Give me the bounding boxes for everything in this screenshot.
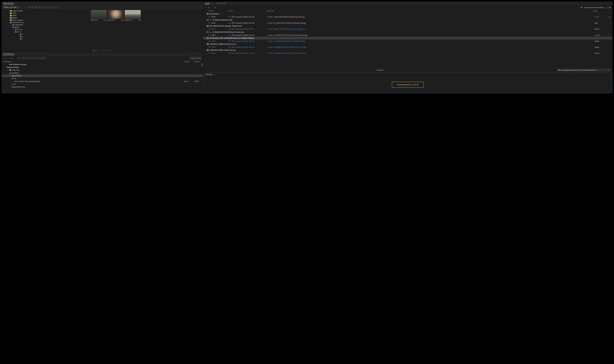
- nav-back-icon[interactable]: ←: [20, 6, 23, 8]
- start-queue-button[interactable]: ▶: [609, 6, 611, 9]
- preset-row[interactable]: ⌄AS-10: [1, 77, 203, 80]
- tree-item[interactable]: ›Mogrts: [1, 17, 90, 19]
- tree-item[interactable]: ›*SEQUENC: [1, 24, 90, 26]
- scrollbar[interactable]: [202, 63, 203, 67]
- output-path[interactable]: C:\User...BC\Media\A002C004_160508_R1JC.…: [267, 46, 594, 48]
- remove-icon[interactable]: —: [211, 7, 213, 8]
- add-source-icon[interactable]: ＋: [205, 6, 206, 9]
- tree-item[interactable]: 1: [1, 35, 90, 38]
- tree-item[interactable]: ⌄Media: [1, 26, 90, 28]
- queue-item[interactable]: ⌄JPEG⌄JPEG Sequence (Match Source)C:\Use…: [203, 33, 613, 37]
- queue-list[interactable]: ⌄Going Home⌄JPEG⌄JPEG Sequence (Match So…: [203, 12, 613, 68]
- panel-menu-icon[interactable]: ≡: [214, 74, 215, 76]
- settings-icon[interactable]: ⚙: [12, 57, 13, 59]
- format-dropdown[interactable]: ⌄: [208, 16, 211, 18]
- queue-item[interactable]: ⌄JPEG⌄JPEG Sequence (Match Source)C:\Use…: [203, 21, 613, 25]
- add-output-icon[interactable]: ⇉: [208, 7, 209, 8]
- panel-menu-icon[interactable]: ≡: [16, 53, 17, 55]
- preset-dropdown[interactable]: ⌄: [228, 40, 231, 42]
- folder-tree[interactable]: ›Copy of media›CSVs›Media›Mogrts›Motion …: [1, 9, 90, 49]
- media-thumbnail[interactable]: A006C002_...12:14: [91, 10, 107, 21]
- duplicate-icon[interactable]: ⧉: [215, 6, 216, 8]
- format-value[interactable]: JPEG: [211, 16, 227, 18]
- queue-item[interactable]: ⌄JPEG⌄JPEG Sequence (Match Source)C:\Use…: [203, 52, 613, 55]
- format-dropdown[interactable]: ⌄: [208, 52, 211, 54]
- preset-dropdown[interactable]: ⌄: [228, 22, 231, 24]
- output-path[interactable]: C:\User...dit_1808310085 (Stitched Clip)…: [267, 40, 594, 42]
- format-dropdown[interactable]: ⌄: [208, 28, 211, 30]
- format-value[interactable]: JPEG: [211, 28, 227, 30]
- ingest-icon[interactable]: [31, 6, 33, 8]
- add-preset-icon[interactable]: ＋▾: [3, 57, 5, 59]
- auto-encode-checkbox[interactable]: ✓: [581, 7, 583, 8]
- header-preset[interactable]: Preset: [228, 10, 266, 12]
- output-path[interactable]: C:\User...er\My WatchFolder\Output\Going…: [267, 16, 594, 18]
- renderer-select[interactable]: Mercury Playback Engine GPU Acceleration…: [557, 69, 611, 72]
- queue-item[interactable]: ⌄JPEG⌄JPEG Sequence (Match Source)C:\Use…: [203, 46, 613, 49]
- output-path[interactable]: C:\User...01 SELECTIVE COLOR (Hue Curves…: [267, 34, 594, 36]
- preset-value[interactable]: JPEG Sequence (Match Source): [231, 22, 266, 24]
- queue-group[interactable]: ⌄A006C029_160510_R1JC.mov.mov: [203, 49, 613, 52]
- queue-group[interactable]: ⌄Pr▲03 DeNoise DeReverb Clip: [203, 18, 613, 21]
- list-view-icon[interactable]: ▤: [93, 50, 94, 52]
- preset-value[interactable]: JPEG Sequence (Match Source): [231, 28, 266, 30]
- queue-item[interactable]: ⌄JPEG⌄JPEG Sequence (Match Source)C:\Use…: [203, 27, 613, 30]
- media-thumbnail[interactable]: A006C023_...0:22: [108, 10, 124, 21]
- import-icon[interactable]: ⇲: [17, 57, 18, 59]
- preset-row[interactable]: ›DNxHD MXF OP1a: [1, 86, 203, 88]
- preset-row[interactable]: User Presets & Groups: [1, 63, 203, 66]
- format-dropdown[interactable]: ⌄: [208, 46, 211, 48]
- panel-menu-icon[interactable]: ≡: [211, 2, 212, 4]
- preset-dropdown[interactable]: ⌄: [228, 28, 231, 30]
- tree-item[interactable]: ›Copy of media: [1, 10, 90, 12]
- preset-browser-tab[interactable]: Preset Browser: [3, 53, 14, 55]
- preset-value[interactable]: JPEG Sequence (Match Source): [231, 34, 266, 36]
- tree-item[interactable]: ⌄PremierePro_Fa: [1, 21, 90, 24]
- header-preset-name[interactable]: Preset Name: [3, 61, 12, 63]
- header-format[interactable]: Format: [209, 10, 228, 12]
- preset-row[interactable]: AS-10 CANAL Shim Specification 50iAS-101…: [1, 80, 203, 83]
- queue-item[interactable]: ⌄JPEG⌄JPEG Sequence (Match Source)C:\Use…: [203, 15, 613, 18]
- queue-group[interactable]: ⌄052_AMB_External_Rwanda_VillageT.mov: [203, 25, 613, 27]
- queue-item[interactable]: ⌄JPEG⌄JPEG Sequence (Match Source)C:\Use…: [203, 39, 613, 43]
- header-status[interactable]: Status: [593, 10, 610, 12]
- thumb-view-icon[interactable]: ■: [96, 50, 97, 52]
- queue-tab[interactable]: Queue: [205, 2, 210, 5]
- tree-item[interactable]: ›Motion Graphic: [1, 19, 90, 21]
- nav-forward-icon[interactable]: →: [24, 6, 26, 8]
- location-dropdown[interactable]: 160510_ICELAND ⌄: [3, 6, 19, 9]
- preset-row[interactable]: ⌄System Presets: [1, 66, 203, 69]
- format-dropdown[interactable]: ⌄: [208, 40, 211, 42]
- preset-row[interactable]: ›Apple ProRes: [1, 74, 203, 77]
- format-dropdown[interactable]: ⌄: [208, 34, 211, 36]
- export-icon[interactable]: ⇱: [20, 57, 21, 59]
- watch-folders-tab[interactable]: Watch Folders: [216, 2, 226, 4]
- output-path[interactable]: C:\User...BC\Media\A006C029_160510_R1JC.…: [267, 52, 594, 54]
- media-thumbnail[interactable]: A006C029_...6:03: [125, 10, 141, 21]
- filter-icon[interactable]: [28, 6, 30, 8]
- tree-item[interactable]: ›00_AU: [1, 28, 90, 31]
- header-frame-size[interactable]: Frame S: [195, 61, 202, 63]
- remove-preset-icon[interactable]: —: [6, 57, 8, 59]
- preset-value[interactable]: JPEG Sequence (Match Source): [231, 46, 266, 48]
- format-value[interactable]: JPEG: [211, 46, 227, 48]
- queue-group[interactable]: ⌄A002C004_160508_R1JC.mov.mov: [203, 43, 613, 46]
- output-path[interactable]: C:\User...all_2018_IBC\03 DeNoise DeReve…: [267, 22, 594, 24]
- queue-group[interactable]: ⌄00 Dreamers_Edit_1808310085 (Stitched C…: [203, 37, 613, 39]
- apply-preset-button[interactable]: Apply Preset: [190, 57, 202, 60]
- format-dropdown[interactable]: ⌄: [208, 22, 211, 24]
- new-group-icon[interactable]: ▭: [9, 57, 10, 59]
- format-value[interactable]: JPEG: [211, 22, 227, 24]
- preset-list[interactable]: User Presets & Groups⌄System Presets›📢Au…: [1, 63, 203, 94]
- preset-value[interactable]: JPEG Sequence (Match Source): [231, 16, 266, 18]
- preset-value[interactable]: JPEG Sequence (Match Source): [231, 40, 266, 42]
- preset-dropdown[interactable]: ⌄: [228, 46, 231, 48]
- preset-row[interactable]: ›📢Audio Only: [1, 69, 203, 72]
- media-browser-tab[interactable]: Media Browser: [3, 2, 14, 5]
- preset-dropdown[interactable]: ⌄: [228, 34, 231, 36]
- preset-search-input[interactable]: [22, 57, 47, 59]
- tree-item[interactable]: 1: [1, 33, 90, 35]
- zoom-slider[interactable]: ○: [98, 50, 112, 52]
- encoding-tab[interactable]: Encoding: [205, 74, 212, 76]
- stop-queue-button[interactable]: [606, 7, 607, 8]
